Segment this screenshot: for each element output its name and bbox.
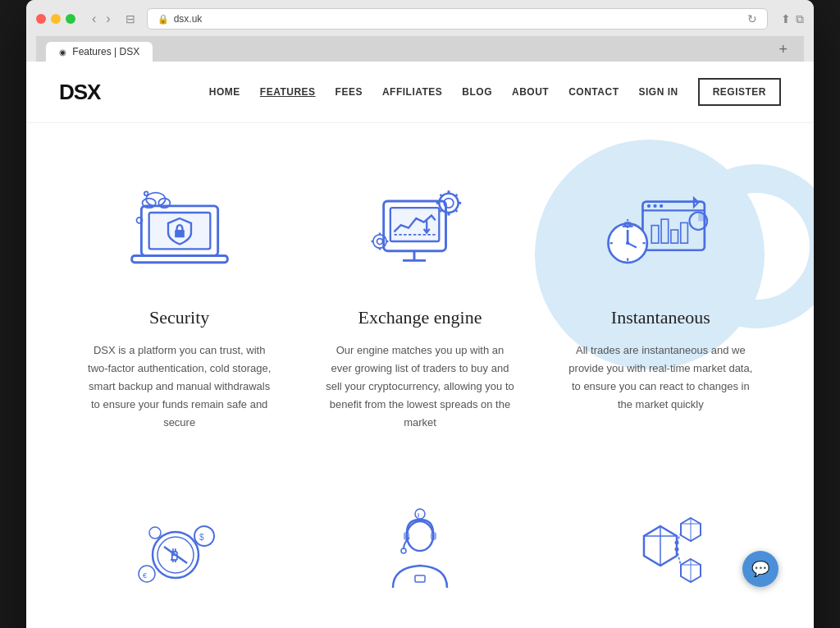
svg-rect-3 xyxy=(175,230,185,237)
svg-point-61 xyxy=(149,527,161,539)
browser-nav-buttons: ‹ › xyxy=(89,10,114,28)
multicurrency-title: Multi-currency xyxy=(125,624,234,628)
instantaneous-icon xyxy=(603,172,718,287)
svg-point-8 xyxy=(144,191,148,195)
api-icon xyxy=(607,497,714,604)
svg-rect-65 xyxy=(431,532,436,540)
lock-icon: 🔒 xyxy=(158,14,169,25)
refresh-button[interactable]: ↻ xyxy=(747,12,757,25)
nav-features[interactable]: FEATURES xyxy=(260,86,316,98)
svg-point-57 xyxy=(194,526,214,546)
svg-point-62 xyxy=(407,521,433,551)
nav-blog[interactable]: BLOG xyxy=(462,86,492,98)
feature-api: API xyxy=(541,481,781,628)
support-icon: i xyxy=(367,497,473,604)
browser-actions: ⬆ ⧉ xyxy=(781,12,804,26)
new-tab-icon-button[interactable]: ⧉ xyxy=(796,12,804,26)
url-text: dsx.uk xyxy=(174,13,203,25)
minimize-button[interactable] xyxy=(51,14,61,24)
tab-title: Features | DSX xyxy=(72,46,139,57)
back-button[interactable]: ‹ xyxy=(89,10,99,28)
svg-line-23 xyxy=(455,195,457,196)
feature-support: i Dedicated real-time support xyxy=(299,481,540,628)
nav-signin[interactable]: SIGN IN xyxy=(638,86,678,98)
feature-exchange: Exchange engine Our engine matches you u… xyxy=(299,156,540,465)
browser-window: ‹ › ⊟ 🔒 dsx.uk ↻ ⬆ ⧉ ◉ Features | DSX + xyxy=(26,0,814,628)
svg-point-33 xyxy=(647,204,651,208)
api-title: API xyxy=(646,624,675,628)
new-tab-button[interactable]: + xyxy=(772,41,794,62)
reader-view-button[interactable]: ⊟ xyxy=(121,11,140,27)
svg-point-67 xyxy=(415,509,425,519)
site-header: DSX HOME FEATURES FEES AFFILIATES BLOG A… xyxy=(26,62,814,123)
security-icon xyxy=(122,172,237,287)
svg-line-22 xyxy=(455,210,457,212)
svg-point-80 xyxy=(675,541,679,545)
share-button[interactable]: ⬆ xyxy=(781,12,791,26)
exchange-title: Exchange engine xyxy=(358,307,482,328)
nav-contact[interactable]: CONTACT xyxy=(568,86,619,98)
svg-text:i: i xyxy=(418,511,419,519)
main-nav: HOME FEATURES FEES AFFILIATES BLOG ABOUT… xyxy=(209,78,781,106)
page-content: DSX HOME FEATURES FEES AFFILIATES BLOG A… xyxy=(26,62,814,628)
support-title: Dedicated real-time support xyxy=(324,624,515,628)
svg-point-35 xyxy=(660,204,663,208)
nav-affiliates[interactable]: AFFILIATES xyxy=(382,86,442,98)
site-logo: DSX xyxy=(59,80,100,105)
exchange-icon xyxy=(363,172,477,287)
security-desc: DSX is a platform you can trust, with tw… xyxy=(84,342,275,432)
feature-security: Security DSX is a platform you can trust… xyxy=(59,156,299,465)
feature-instantaneous: Instantaneous All trades are instantaneo… xyxy=(541,156,781,465)
svg-point-26 xyxy=(377,239,382,245)
instantaneous-title: Instantaneous xyxy=(611,307,710,328)
features-section: Security DSX is a platform you can trust… xyxy=(26,123,814,465)
security-title: Security xyxy=(149,307,209,328)
svg-rect-39 xyxy=(681,222,688,243)
svg-rect-36 xyxy=(652,226,660,244)
active-tab[interactable]: ◉ Features | DSX xyxy=(46,42,153,62)
feature-multicurrency: ₿ $ € Multi-currency xyxy=(59,481,299,628)
forward-button[interactable]: › xyxy=(103,10,113,28)
svg-rect-38 xyxy=(671,230,678,243)
exchange-desc: Our engine matches you up with an ever g… xyxy=(324,342,515,432)
svg-rect-63 xyxy=(415,575,425,582)
svg-rect-37 xyxy=(661,219,669,243)
browser-titlebar: ‹ › ⊟ 🔒 dsx.uk ↻ ⬆ ⧉ xyxy=(36,8,804,30)
svg-text:€: € xyxy=(143,571,147,580)
multicurrency-icon: ₿ $ € xyxy=(126,497,233,604)
svg-rect-10 xyxy=(390,208,439,241)
address-bar[interactable]: 🔒 dsx.uk ↻ xyxy=(147,8,768,30)
instantaneous-desc: All trades are instantaneous and we prov… xyxy=(565,342,756,414)
svg-line-24 xyxy=(440,210,441,212)
nav-fees[interactable]: FEES xyxy=(336,86,363,98)
svg-rect-1 xyxy=(131,256,227,263)
svg-line-21 xyxy=(440,195,441,196)
features-grid-row1: Security DSX is a platform you can trust… xyxy=(59,156,781,465)
svg-point-81 xyxy=(675,548,679,552)
features-grid-row2: ₿ $ € Multi-currency xyxy=(26,465,814,628)
svg-point-34 xyxy=(654,204,657,208)
register-button[interactable]: REGISTER xyxy=(698,78,781,106)
traffic-lights xyxy=(36,14,75,24)
tab-favicon: ◉ xyxy=(59,48,66,57)
address-bar-row: 🔒 dsx.uk ↻ xyxy=(147,8,768,30)
nav-home[interactable]: HOME xyxy=(209,86,240,98)
browser-chrome: ‹ › ⊟ 🔒 dsx.uk ↻ ⬆ ⧉ ◉ Features | DSX + xyxy=(26,0,814,62)
nav-about[interactable]: ABOUT xyxy=(512,86,549,98)
tab-bar: ◉ Features | DSX + xyxy=(36,36,804,62)
maximize-button[interactable] xyxy=(66,14,75,24)
close-button[interactable] xyxy=(36,14,46,24)
svg-text:$: $ xyxy=(199,533,204,542)
